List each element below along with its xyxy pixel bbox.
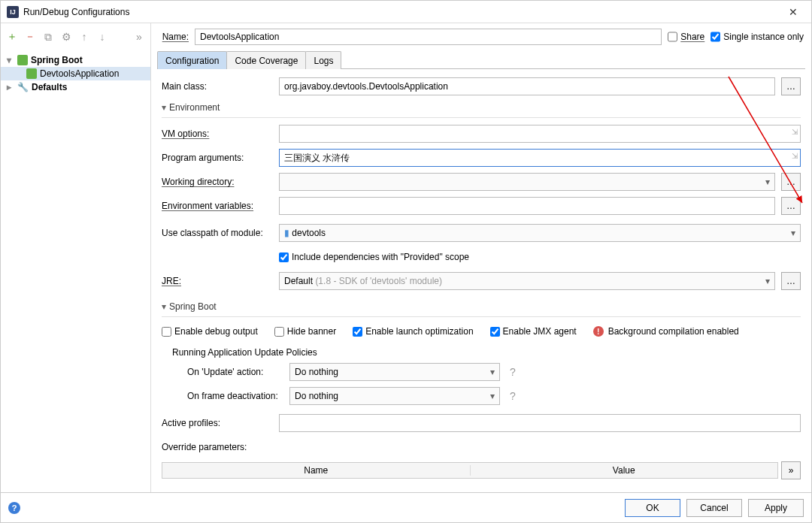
titlebar: IJ Run/Debug Configurations ✕ — [1, 1, 811, 23]
program-args-label: Program arguments: — [162, 153, 273, 163]
tree-devtools-app[interactable]: DevtoolsApplication — [1, 67, 150, 80]
working-dir-select[interactable]: ▾ — [279, 173, 775, 191]
close-icon[interactable]: ✕ — [781, 6, 805, 18]
main-class-browse-button[interactable]: … — [781, 77, 801, 95]
name-row: Name: Share Single instance only — [151, 23, 811, 50]
env-vars-input[interactable] — [279, 197, 775, 215]
on-update-select[interactable]: Do nothing▾ — [289, 363, 500, 381]
help-icon[interactable]: ? — [506, 365, 520, 379]
tree-label: Defaults — [32, 82, 67, 92]
jre-select[interactable]: Default (1.8 - SDK of 'devtools' module)… — [279, 272, 775, 290]
background-compile-warning: !Background compilation enabled — [593, 326, 739, 337]
tab-code-coverage[interactable]: Code Coverage — [226, 51, 306, 69]
override-params-label: Override parameters: — [162, 442, 273, 452]
settings-icon[interactable]: ⚙ — [59, 30, 73, 44]
apply-button[interactable]: Apply — [748, 499, 804, 517]
springboot-section[interactable]: ▾Spring Boot — [162, 301, 801, 312]
table-header-value: Value — [471, 465, 778, 476]
tab-logs[interactable]: Logs — [305, 51, 341, 69]
cancel-button[interactable]: Cancel — [686, 499, 742, 517]
on-frame-select[interactable]: Do nothing▾ — [289, 387, 500, 405]
springboot-options-row: Enable debug output Hide banner Enable l… — [162, 323, 801, 340]
help-button[interactable]: ? — [8, 502, 20, 514]
move-up-icon[interactable]: ↑ — [77, 30, 91, 44]
single-instance-checkbox[interactable]: Single instance only — [710, 29, 804, 45]
active-profiles-label: Active profiles: — [162, 418, 273, 428]
spring-boot-icon — [26, 68, 37, 79]
main-class-label: Main class: — [162, 81, 273, 92]
program-args-input[interactable] — [279, 149, 801, 167]
active-profiles-input[interactable] — [279, 414, 801, 432]
spring-boot-icon — [17, 55, 28, 65]
tabs: Configuration Code Coverage Logs — [157, 50, 805, 69]
expand-icon[interactable]: » — [132, 30, 146, 44]
copy-config-icon[interactable]: ⧉ — [41, 30, 55, 44]
expand-field-icon[interactable]: ⇲ — [792, 152, 798, 160]
add-config-icon[interactable]: ＋ — [5, 30, 19, 44]
remove-config-icon[interactable]: － — [23, 30, 37, 44]
classpath-label: Use classpath of module: — [162, 228, 273, 238]
jre-label: JRE: — [162, 276, 273, 286]
tab-content: Main class: … ▾Environment VM options: ⇲… — [151, 69, 811, 492]
vm-options-input[interactable] — [279, 125, 801, 143]
working-dir-browse-button[interactable]: … — [781, 173, 801, 191]
ok-button[interactable]: OK — [625, 499, 680, 517]
help-icon[interactable]: ? — [506, 389, 520, 403]
app-logo-icon: IJ — [7, 6, 19, 18]
enable-debug-checkbox[interactable]: Enable debug output — [162, 326, 258, 337]
enable-jmx-checkbox[interactable]: Enable JMX agent — [490, 326, 577, 337]
jre-browse-button[interactable]: … — [781, 272, 801, 290]
tree-label: Spring Boot — [31, 55, 83, 65]
chevron-down-icon: ▾ — [162, 301, 166, 312]
table-header-name: Name — [162, 465, 471, 476]
include-provided-checkbox[interactable]: Include dependencies with "Provided" sco… — [279, 252, 469, 262]
on-update-label: On 'Update' action: — [172, 367, 283, 377]
divider — [162, 117, 801, 118]
chevron-down-icon: ▾ — [7, 55, 14, 65]
vm-options-label: VM options: — [162, 128, 273, 139]
override-params-table: Name Value — [162, 462, 778, 479]
working-dir-label: Working directory: — [162, 177, 273, 187]
config-tree: ▾ Spring Boot DevtoolsApplication ▸ 🔧 De… — [1, 50, 150, 492]
tree-label: DevtoolsApplication — [40, 68, 119, 79]
sidebar-toolbar: ＋ － ⧉ ⚙ ↑ ↓ » — [1, 23, 150, 50]
wrench-icon: 🔧 — [17, 82, 29, 92]
enable-launch-opt-checkbox[interactable]: Enable launch optimization — [353, 326, 473, 337]
env-vars-label: Environment variables: — [162, 201, 273, 211]
on-frame-label: On frame deactivation: — [172, 391, 283, 401]
main-class-input[interactable] — [279, 77, 775, 95]
env-vars-browse-button[interactable]: … — [781, 197, 801, 215]
update-policies-label: Running Application Update Policies — [172, 347, 801, 358]
chevron-right-icon: ▸ — [7, 82, 14, 92]
move-down-icon[interactable]: ↓ — [95, 30, 109, 44]
main-panel: Name: Share Single instance only Configu… — [151, 23, 811, 492]
tree-spring-boot[interactable]: ▾ Spring Boot — [1, 53, 150, 67]
expand-field-icon[interactable]: ⇲ — [792, 128, 798, 136]
chevron-down-icon: ▾ — [162, 102, 166, 113]
sidebar: ＋ － ⧉ ⚙ ↑ ↓ » ▾ Spring Boot DevtoolsAppl… — [1, 23, 151, 492]
override-params-expand-button[interactable]: » — [781, 461, 801, 479]
name-label: Name: — [156, 32, 189, 42]
dialog-footer: ? OK Cancel Apply — [1, 492, 811, 522]
tree-defaults[interactable]: ▸ 🔧 Defaults — [1, 80, 150, 94]
divider — [162, 316, 801, 317]
warning-icon: ! — [593, 326, 604, 337]
name-input[interactable] — [195, 29, 662, 45]
hide-banner-checkbox[interactable]: Hide banner — [274, 326, 336, 337]
share-checkbox[interactable]: Share — [668, 29, 704, 45]
environment-section[interactable]: ▾Environment — [162, 102, 801, 113]
tab-configuration[interactable]: Configuration — [157, 51, 227, 69]
window-title: Run/Debug Configurations — [23, 7, 781, 17]
classpath-select[interactable]: ▮ devtools▾ — [279, 224, 801, 242]
